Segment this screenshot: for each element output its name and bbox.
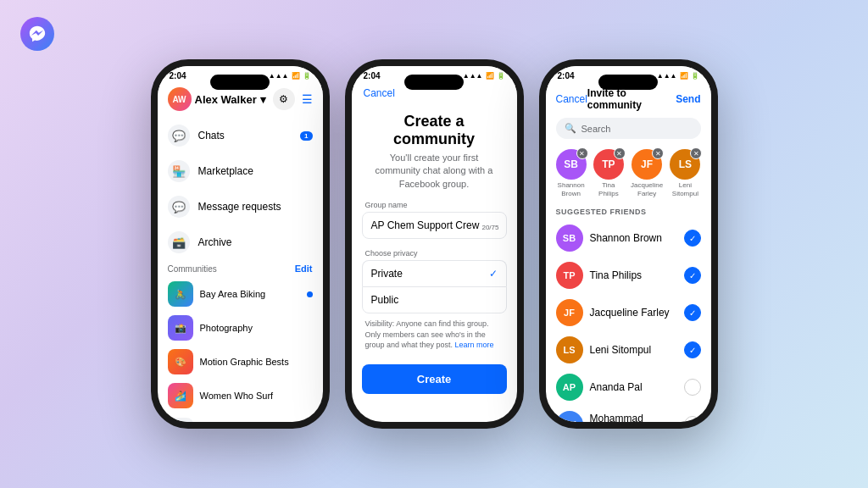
chevron-down-icon: ▾ — [260, 93, 266, 106]
tina-check[interactable] — [684, 267, 701, 284]
phone-1-screen: 2:04 ▲▲▲ 📶 🔋 AW Alex Walker ▾ ⚙ ☰ — [158, 66, 323, 422]
remove-jacqueline[interactable]: ✕ — [652, 147, 664, 159]
learn-more-link[interactable]: Learn more — [455, 341, 494, 349]
settings-button[interactable]: ⚙ — [273, 88, 295, 110]
search-icon: 🔍 — [565, 123, 576, 134]
marketplace-label: Marketplace — [198, 165, 253, 177]
nav-archive[interactable]: 🗃️ Archive — [158, 225, 323, 260]
shannon-list-avatar: SB — [556, 225, 583, 252]
friend-mohammad[interactable]: MH Mohammad Hosseini — [546, 406, 711, 422]
private-label: Private — [371, 268, 403, 280]
plus-icon: + — [168, 418, 193, 422]
signal-icon-2: ▲▲▲ — [463, 72, 483, 80]
mohammad-check[interactable] — [684, 416, 701, 422]
friend-ananda[interactable]: AP Ananda Pal — [546, 369, 711, 406]
time-2: 2:04 — [364, 71, 381, 80]
battery-icon-2: 🔋 — [497, 72, 505, 80]
selected-leni[interactable]: LS ✕ Leni Sitompul — [670, 149, 700, 197]
status-icons-2: ▲▲▲ 📶 🔋 — [463, 72, 505, 80]
marketplace-icon: 🏪 — [168, 160, 190, 182]
header-icons: ⚙ ☰ — [273, 88, 313, 110]
group-name-label: Group name — [352, 201, 517, 212]
photography-label: Photography — [200, 323, 253, 333]
message-requests-label: Message requests — [198, 201, 281, 213]
nav-message-requests[interactable]: 💬 Message requests — [158, 189, 323, 225]
nav-marketplace[interactable]: 🏪 Marketplace — [158, 153, 323, 189]
bay-area-biking-avatar: 🚴 — [168, 281, 193, 307]
selected-jacqueline[interactable]: JF ✕ Jacqueline Farley — [631, 149, 663, 197]
friend-tina[interactable]: TP Tina Philips — [546, 257, 711, 294]
jacqueline-check[interactable] — [684, 304, 701, 321]
create-community-button[interactable]: + Create a community — [158, 413, 323, 422]
privacy-public[interactable]: Public — [362, 286, 507, 313]
battery-icon-3: 🔋 — [691, 72, 699, 80]
leni-name: Leni Sitompul — [670, 181, 700, 197]
phone-3-screen: 2:04 ▲▲▲ 📶 🔋 Cancel Invite to community … — [546, 66, 711, 422]
tina-list-name: Tina Philips — [590, 269, 677, 281]
friend-jacqueline[interactable]: JF Jacqueline Farley — [546, 294, 711, 331]
friend-shannon[interactable]: SB Shannon Brown — [546, 219, 711, 257]
communities-label: Communities — [168, 264, 217, 274]
search-bar[interactable]: 🔍 Search — [556, 118, 701, 139]
cancel-button-3[interactable]: Cancel — [556, 93, 587, 105]
phone-3: 2:04 ▲▲▲ 📶 🔋 Cancel Invite to community … — [539, 59, 718, 429]
dynamic-island-3 — [598, 75, 658, 90]
visibility-text: Visibility: Anyone can find this group. … — [352, 313, 517, 356]
cancel-button-2[interactable]: Cancel — [364, 87, 395, 99]
phone-2-screen: 2:04 ▲▲▲ 📶 🔋 Cancel Create a community Y… — [352, 66, 517, 422]
new-message-dot — [307, 291, 313, 297]
tina-list-avatar: TP — [556, 262, 583, 289]
public-label: Public — [371, 294, 399, 306]
leni-list-name: Leni Sitompul — [590, 344, 677, 356]
selected-shannon[interactable]: SB ✕ Shannon Brown — [556, 149, 587, 197]
search-input[interactable]: Search — [581, 124, 611, 134]
edit-button[interactable]: Edit — [295, 263, 313, 274]
user-profile[interactable]: AW Alex Walker ▾ — [168, 87, 266, 111]
remove-tina[interactable]: ✕ — [614, 147, 626, 159]
leni-check[interactable] — [684, 341, 701, 358]
user-avatar: AW — [168, 87, 192, 111]
community-photography[interactable]: 📸 Photography — [158, 311, 323, 345]
time-1: 2:04 — [170, 71, 186, 80]
char-count: 20/75 — [481, 224, 498, 231]
dynamic-island-2 — [404, 75, 464, 90]
ananda-check[interactable] — [684, 379, 701, 396]
nav-chats[interactable]: 💬 Chats 1 — [158, 118, 323, 153]
friend-leni[interactable]: LS Leni Sitompul — [546, 331, 711, 369]
remove-leni[interactable]: ✕ — [690, 147, 702, 159]
create-community-subtitle: You'll create your first community chat … — [352, 152, 517, 201]
communities-header: Communities Edit — [158, 260, 323, 277]
wifi-icon-3: 📶 — [680, 72, 688, 80]
leni-list-avatar: LS — [556, 336, 583, 363]
selected-tina[interactable]: TP ✕ Tina Philips — [593, 149, 624, 197]
send-button[interactable]: Send — [676, 93, 700, 105]
suggested-friends-label: SUGGESTED FRIENDS — [546, 204, 711, 219]
bay-area-biking-label: Bay Area Biking — [200, 289, 266, 299]
jacqueline-list-avatar: JF — [556, 299, 583, 326]
status-icons-1: ▲▲▲ 📶 🔋 — [269, 72, 311, 80]
dynamic-island-1 — [210, 75, 270, 90]
remove-shannon[interactable]: ✕ — [576, 147, 588, 159]
shannon-list-name: Shannon Brown — [590, 232, 677, 244]
privacy-private[interactable]: Private ✓ — [362, 260, 507, 286]
women-surf-avatar: 🏄 — [168, 383, 193, 408]
status-icons-3: ▲▲▲ 📶 🔋 — [657, 72, 699, 80]
community-women-surf[interactable]: 🏄 Women Who Surf — [158, 379, 323, 413]
jacqueline-name: Jacqueline Farley — [631, 181, 663, 197]
group-name-input[interactable]: AP Chem Support Crew 20/75 — [362, 212, 507, 239]
women-surf-label: Women Who Surf — [200, 391, 274, 401]
phones-container: 2:04 ▲▲▲ 📶 🔋 AW Alex Walker ▾ ⚙ ☰ — [151, 59, 718, 429]
menu-icon[interactable]: ☰ — [302, 92, 313, 106]
archive-label: Archive — [198, 236, 232, 248]
battery-icon: 🔋 — [303, 72, 311, 80]
messenger-logo — [20, 17, 54, 51]
community-bay-area-biking[interactable]: 🚴 Bay Area Biking — [158, 277, 323, 311]
mohammad-list-name: Mohammad Hosseini — [590, 413, 677, 422]
create-button[interactable]: Create — [362, 364, 507, 394]
phone-1: 2:04 ▲▲▲ 📶 🔋 AW Alex Walker ▾ ⚙ ☰ — [151, 59, 330, 429]
wifi-icon-2: 📶 — [486, 72, 494, 80]
community-motion-graphic[interactable]: 🎨 Motion Graphic Bests — [158, 345, 323, 379]
photography-avatar: 📸 — [168, 315, 193, 341]
shannon-check[interactable] — [684, 230, 701, 247]
shannon-name: Shannon Brown — [556, 181, 587, 197]
